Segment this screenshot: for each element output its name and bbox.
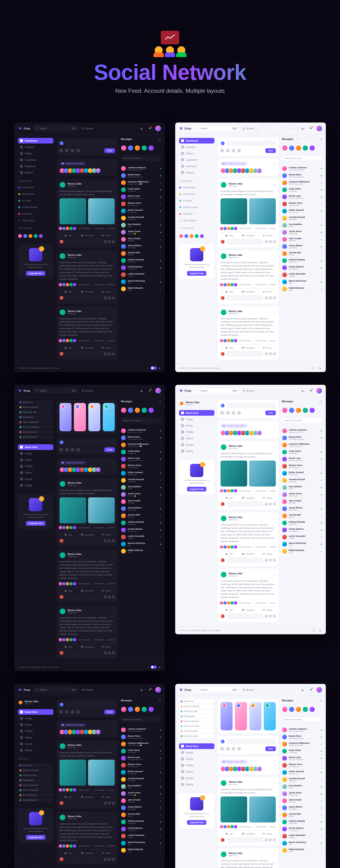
link-icon[interactable] [232,149,235,152]
explore-pill[interactable]: Natural Wonders [179,734,214,738]
comment-button[interactable]: Comment [79,235,96,237]
share-button[interactable]: Share [97,646,115,648]
gallery-image[interactable] [249,461,276,487]
explore-pill[interactable]: Photography [18,415,53,419]
comment-button[interactable]: Comment [79,346,96,349]
post-reactions[interactable]: and 42 others [60,844,90,848]
link-icon[interactable] [232,747,235,750]
bell-icon[interactable] [308,687,313,692]
video-icon[interactable] [226,747,229,750]
explore-pill[interactable]: Natural Wonders [18,798,53,802]
bell-icon[interactable] [147,388,152,393]
browse-link[interactable]: Browse [243,689,254,691]
message-item[interactable]: Andrew AndersonHey, are you there? [282,726,322,734]
comments-count[interactable]: 8 comments [255,826,266,828]
message-item[interactable]: Cody FisherOk thanks! [121,186,161,193]
post-menu-icon[interactable]: ⋯ [273,852,276,856]
send-icon[interactable] [112,240,115,243]
message-item[interactable]: Annette RussellHaha nice [282,477,322,484]
stories-more-icon[interactable]: ⋯ [112,162,115,165]
message-item[interactable]: Guy HawkinsGot it [282,783,322,790]
share-button[interactable]: Share [97,290,115,293]
message-item[interactable]: Jacob JonesPerfect 👍 [282,229,322,236]
message-item[interactable]: Esther HowardOn my way [121,208,161,215]
explore-pill[interactable]: Trips & Adventure [179,719,214,723]
post-reactions[interactable]: and 42 others [220,489,251,493]
post-author[interactable]: Steven Jobs [67,482,82,484]
message-item[interactable]: Cody FisherOk thanks! [121,448,161,456]
sidebar-item-photos[interactable]: Photos [179,756,214,762]
share-button[interactable]: Share [97,590,115,592]
sidebar-item-orders[interactable]: Orders [18,151,53,156]
message-item[interactable]: Jerome BellWill do [121,811,161,818]
post-menu-icon[interactable]: ⋯ [273,254,276,258]
search-input[interactable]: Search ⌘ K [194,687,240,693]
comment-input[interactable] [66,295,102,301]
message-item[interactable]: Devon LaneSee you tomorrow [121,755,161,762]
message-item[interactable]: Jenny WilsonSure thing [282,804,322,811]
comments-count[interactable]: 8 comments [94,639,105,641]
attach-icon[interactable] [104,240,107,243]
like-button[interactable]: Like [60,796,77,798]
message-item[interactable]: Eleanor PenaSounds good [282,762,322,769]
create-group-video-chip[interactable]: Create Group Video [220,760,247,764]
category-item[interactable]: Design Tools [179,192,214,196]
message-item[interactable]: Leslie AlexanderThanks [121,271,161,278]
composer-input[interactable] [227,141,276,146]
message-item[interactable]: Kathryn MurphyAwesome! [121,257,161,264]
post-menu-icon[interactable]: ⋯ [112,311,115,314]
share-button[interactable]: Share [97,533,115,536]
moon-icon[interactable] [300,126,305,131]
message-item[interactable]: Cameron WilliamsonCheck this out 👀 [121,179,161,186]
message-item[interactable]: Guy HawkinsGot it [121,222,161,229]
message-item[interactable]: Bessie RecoLet's catch up soon [282,434,322,441]
like-button[interactable]: Like [60,646,77,648]
explore-pill[interactable]: UI/UX Community [179,724,214,728]
attach-icon[interactable] [265,297,268,299]
message-item[interactable]: Marvin McKinneyYep [121,540,161,548]
message-item[interactable]: Kathryn MurphyAwesome! [121,818,161,826]
emoji-icon[interactable] [238,149,241,152]
composer-input[interactable] [227,403,276,408]
link-icon[interactable] [71,448,74,451]
attach-icon[interactable] [104,352,107,355]
sidebar-item-groups[interactable]: Groups [179,775,214,781]
post-reactions[interactable]: and 42 others [220,283,251,286]
post-author[interactable]: Steven Jobs [228,445,243,447]
search-input[interactable]: Search ⌘ K [33,125,79,131]
message-item[interactable]: Jenny WilsonSure thing [282,505,322,512]
sidebar-item-people[interactable]: People [18,715,53,721]
sidebar-item-products[interactable]: Products [18,144,53,150]
gallery-image[interactable] [220,797,247,823]
comment-input[interactable] [66,351,102,357]
user-avatar[interactable] [155,388,161,394]
post-menu-icon[interactable]: ⋯ [273,183,276,186]
sidebar-item-customers[interactable]: Customers [18,157,53,163]
composer-input[interactable] [66,702,115,707]
emoji-icon[interactable] [269,503,272,505]
sidebar-item-photos[interactable]: Photos [18,457,53,463]
shares-count[interactable]: 3 shares [107,283,115,286]
explore-pill[interactable]: UI/UX Community [18,788,53,792]
comment-input[interactable] [66,538,102,544]
send-icon[interactable] [273,559,276,562]
message-item[interactable]: Jerome BellWill do [121,250,161,257]
emoji-icon[interactable] [238,747,241,750]
post-author[interactable]: Steven Jobs [67,815,82,818]
message-item[interactable]: Jenny WilsonSure thing [282,243,322,250]
explore-pill[interactable]: What's new [18,763,53,768]
sidebar-item-profiles[interactable]: Profiles [179,429,214,435]
comments-count[interactable]: 8 comments [255,490,266,492]
message-item[interactable]: Eleanor PenaSounds good [282,463,322,470]
like-button[interactable]: Like [60,290,77,293]
message-item[interactable]: Marvin McKinneyYep [121,278,161,285]
send-icon[interactable] [112,297,115,299]
share-button[interactable]: Share [97,796,115,798]
message-item[interactable]: Jacob JonesPerfect 👍 [121,229,161,236]
send-icon[interactable] [112,539,115,542]
post-reactions[interactable]: and 42 others [60,339,90,343]
post-reactions[interactable]: and 42 others [60,582,90,586]
comment-button[interactable]: Comment [240,290,257,293]
gallery-image[interactable] [60,198,86,224]
comment-input[interactable] [227,613,263,619]
